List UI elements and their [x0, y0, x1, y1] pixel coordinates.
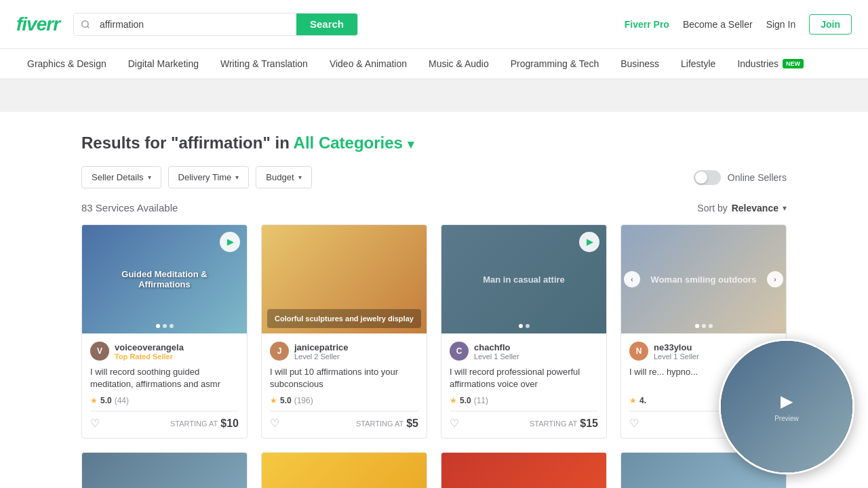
- rating-count-1: (44): [115, 396, 129, 405]
- card-image-4: Woman smiling outdoors ‹ ›: [621, 225, 786, 333]
- svg-line-1: [87, 26, 90, 28]
- favorite-button-3[interactable]: ♡: [450, 417, 459, 430]
- sort-by-dropdown[interactable]: Sort by Relevance ▾: [697, 203, 787, 214]
- seller-level-1: Top Rated Seller: [115, 352, 184, 361]
- search-bar: Search: [73, 13, 358, 36]
- service-card-6[interactable]: LIFE CHANGING AFFIRMATIONS Achieve Wonde…: [261, 452, 427, 488]
- card-body-1: V voiceoverangela Top Rated Seller I wil…: [82, 333, 247, 438]
- card-prev-button-4[interactable]: ‹: [624, 271, 640, 287]
- price-info-2: STARTING AT $5: [356, 418, 418, 430]
- nav-item-industries[interactable]: Industries NEW: [726, 49, 814, 79]
- rating-value-4: 4.: [639, 396, 646, 405]
- card-title-3: I will record professional powerful affi…: [450, 366, 598, 390]
- starting-at-label-3: STARTING AT: [530, 420, 577, 428]
- rating-value-2: 5.0: [280, 396, 292, 405]
- become-seller-link[interactable]: Become a Seller: [683, 19, 753, 30]
- card-rating-3: ★ 5.0 (11): [450, 396, 598, 405]
- seller-info-2: janicepatrice Level 2 Seller: [294, 342, 349, 361]
- service-card-1[interactable]: Guided Meditation &Affirmations ▶ V voic…: [81, 224, 248, 439]
- svg-point-0: [82, 20, 88, 26]
- nav-item-music-audio[interactable]: Music & Audio: [418, 49, 500, 79]
- logo[interactable]: fiverr: [16, 14, 60, 35]
- nav-item-business[interactable]: Business: [610, 49, 670, 79]
- card-footer-1: ♡ STARTING AT $10: [90, 411, 239, 430]
- card-next-button-4[interactable]: ›: [767, 271, 783, 287]
- card-rating-1: ★ 5.0 (44): [90, 396, 239, 405]
- search-button[interactable]: Search: [296, 14, 357, 35]
- category-link[interactable]: All Categories: [294, 134, 403, 152]
- service-card-3[interactable]: Man in casual attire ▶ C chachflo Level …: [441, 224, 607, 439]
- favorite-button-2[interactable]: ♡: [270, 417, 279, 430]
- card-dots-3: [519, 324, 530, 328]
- nav-item-digital-marketing[interactable]: Digital Marketing: [117, 49, 210, 79]
- starting-at-label-2: STARTING AT: [356, 420, 403, 428]
- delivery-time-filter[interactable]: Delivery Time ▾: [168, 166, 250, 188]
- card-title-1: I will record soothing guided meditation…: [90, 366, 239, 390]
- card-dots-4: [695, 324, 713, 328]
- card-footer-2: ♡ STARTING AT $5: [270, 411, 418, 430]
- seller-level-2: Level 2 Seller: [294, 352, 349, 361]
- sort-label: Sort by: [697, 203, 727, 214]
- star-icon-4: ★: [629, 396, 637, 405]
- header-links: Fiverr Pro Become a Seller Sign In Join: [625, 14, 852, 35]
- favorite-button-1[interactable]: ♡: [90, 417, 100, 430]
- seller-info-3: chachflo Level 1 Seller: [474, 342, 519, 361]
- nav-item-video-animation[interactable]: Video & Animation: [319, 49, 418, 79]
- card-seller-1: V voiceoverangela Top Rated Seller: [90, 342, 239, 361]
- star-icon-1: ★: [90, 396, 98, 405]
- star-icon-2: ★: [270, 396, 277, 405]
- sort-chevron-icon: ▾: [783, 203, 787, 213]
- card-image-text-3: Man in casual attire: [483, 274, 565, 285]
- card-image-7: CLAIM YOUR COPY! Affirmations Video Cour…: [441, 453, 606, 488]
- join-button[interactable]: Join: [809, 14, 852, 35]
- avatar-1: V: [90, 342, 109, 361]
- play-button-1[interactable]: ▶: [220, 232, 240, 252]
- favorite-button-4[interactable]: ♡: [629, 417, 639, 430]
- nav-item-graphics-design[interactable]: Graphics & Design: [16, 49, 117, 79]
- service-card-7[interactable]: CLAIM YOUR COPY! Affirmations Video Cour…: [441, 452, 607, 488]
- delivery-time-label: Delivery Time: [178, 172, 232, 182]
- delivery-time-chevron-icon: ▾: [235, 174, 239, 181]
- card-body-3: C chachflo Level 1 Seller I will record …: [441, 333, 606, 438]
- price-3: $15: [580, 418, 598, 430]
- card-title-2: I will put 10 affirmations into your sub…: [270, 366, 418, 390]
- online-sellers-label: Online Sellers: [728, 172, 787, 183]
- avatar-2: J: [270, 342, 289, 361]
- seller-info-1: voiceoverangela Top Rated Seller: [115, 342, 184, 361]
- fiverr-pro-link[interactable]: Fiverr Pro: [625, 19, 669, 30]
- nav-item-programming-tech[interactable]: Programming & Tech: [500, 49, 610, 79]
- card-image-6: LIFE CHANGING AFFIRMATIONS Achieve Wonde…: [262, 453, 427, 488]
- service-card-2[interactable]: Colorful sculptures and jewelry display …: [261, 224, 427, 439]
- budget-filter[interactable]: Budget ▾: [256, 166, 311, 188]
- sign-in-link[interactable]: Sign In: [766, 19, 796, 30]
- seller-level-3: Level 1 Seller: [474, 352, 519, 361]
- seller-info-4: ne33ylou Level 1 Seller: [654, 342, 699, 361]
- seller-details-filter[interactable]: Seller Details ▾: [81, 166, 161, 188]
- price-2: $5: [406, 418, 418, 430]
- search-input[interactable]: [97, 14, 296, 35]
- card-image-5: Positive Affirmation Reading: [82, 453, 247, 488]
- card-image-text-1: Guided Meditation &Affirmations: [116, 264, 212, 295]
- seller-details-chevron-icon: ▾: [148, 174, 151, 181]
- card-image-text-2: Colorful sculptures and jewelry display: [267, 309, 421, 328]
- card-footer-3: ♡ STARTING AT $15: [450, 411, 598, 430]
- card-rating-2: ★ 5.0 (196): [270, 396, 418, 405]
- avatar-3: C: [450, 342, 469, 361]
- service-card-5[interactable]: Positive Affirmation Reading: [81, 452, 248, 488]
- rating-value-3: 5.0: [460, 396, 471, 405]
- results-title: Results for "affirmation" in All Categor…: [81, 134, 787, 152]
- card-image-text-4: Woman smiling outdoors: [651, 274, 757, 285]
- seller-name-2: janicepatrice: [294, 342, 349, 352]
- play-button-3[interactable]: ▶: [579, 232, 599, 252]
- seller-level-4: Level 1 Seller: [654, 352, 699, 361]
- budget-label: Budget: [266, 172, 294, 182]
- online-sellers-switch[interactable]: [694, 170, 721, 185]
- cards-grid: Guided Meditation &Affirmations ▶ V voic…: [81, 224, 787, 488]
- nav-item-writing-translation[interactable]: Writing & Translation: [210, 49, 319, 79]
- card-seller-3: C chachflo Level 1 Seller: [450, 342, 598, 361]
- nav-item-lifestyle[interactable]: Lifestyle: [670, 49, 726, 79]
- video-preview-overlay[interactable]: ▶ Preview: [719, 339, 854, 474]
- hero-area: [0, 79, 868, 112]
- category-chevron-icon[interactable]: ▾: [408, 138, 414, 151]
- avatar-4: N: [629, 342, 648, 361]
